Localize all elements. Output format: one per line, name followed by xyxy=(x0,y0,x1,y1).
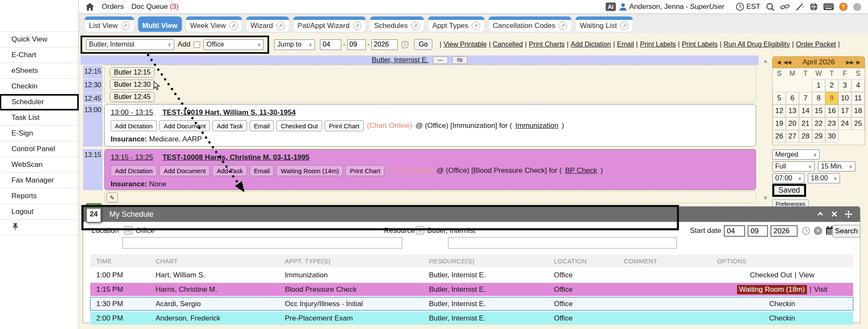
table-row[interactable]: 1:30 PM Acardi, Sergio Occ Injury/Illnes… xyxy=(90,297,853,310)
toolbar-link[interactable]: Print Labels xyxy=(682,41,718,48)
start-month-input[interactable] xyxy=(724,225,745,237)
edit-slot-button[interactable]: ✎ xyxy=(106,193,118,202)
table-header-cell[interactable]: RESOURCE(S) xyxy=(423,257,548,265)
calendar-day[interactable]: 23 xyxy=(825,117,838,130)
toolbar-link[interactable]: Print Labels xyxy=(640,41,676,48)
calendar-day[interactable]: 16 xyxy=(825,105,838,117)
calendar-day[interactable]: 5 xyxy=(773,92,786,105)
toolbar-link[interactable]: Order Packet xyxy=(796,41,836,48)
table-header-cell[interactable]: APPT. TYPE(S) xyxy=(279,257,423,265)
visit-link[interactable]: Visit xyxy=(814,285,827,294)
toolbar-link[interactable]: Email xyxy=(617,41,634,48)
fb-button[interactable]: f/b xyxy=(452,56,467,64)
appt-type-link[interactable]: Immunization xyxy=(515,122,558,130)
appointment-action-button[interactable]: Email xyxy=(250,120,274,131)
appointment-block[interactable]: 13:00 - 13:15 TEST-10019 Hart, William S… xyxy=(104,104,756,147)
checkin-link[interactable]: Checkin xyxy=(769,314,795,323)
sidebar-item[interactable]: E-Sign xyxy=(0,126,78,141)
clear-date-icon[interactable]: ✕ xyxy=(814,227,822,235)
table-header-cell[interactable]: COMMENT xyxy=(618,257,711,265)
start-day-input[interactable] xyxy=(748,225,768,237)
appointment-time-link[interactable]: 13:15 - 13:25 xyxy=(111,153,153,162)
collapse-icon[interactable] xyxy=(817,210,824,218)
appointment-action-button[interactable]: Add Document xyxy=(159,165,210,176)
sidebar-item[interactable]: Logout xyxy=(0,204,78,220)
calendar-day[interactable]: 8 xyxy=(812,92,825,105)
calendar-day[interactable]: 21 xyxy=(799,117,812,130)
year-input[interactable] xyxy=(371,39,398,50)
clock-icon[interactable] xyxy=(401,41,409,49)
calendar-day[interactable]: 1 xyxy=(812,79,825,92)
calendar-day[interactable]: 10 xyxy=(838,92,851,105)
help-icon[interactable]: ? xyxy=(839,3,848,11)
sidebar-item[interactable]: Checkin xyxy=(0,79,78,94)
calendar-day[interactable]: 4 xyxy=(851,79,865,92)
sidebar-pin-row[interactable] xyxy=(0,220,78,235)
user-name[interactable]: Anderson, Jenna xyxy=(629,3,684,11)
calendar-day[interactable]: 7 xyxy=(799,92,812,105)
merge-select[interactable]: Merged∨ xyxy=(772,149,820,160)
keyboard-icon[interactable] xyxy=(823,3,834,10)
wand-icon[interactable] xyxy=(795,3,804,11)
appointment-action-button[interactable]: Print Chart xyxy=(345,165,384,176)
month-input[interactable] xyxy=(320,39,341,50)
tab[interactable]: Wizard ↗ xyxy=(246,17,289,32)
calendar-day[interactable]: 13 xyxy=(786,105,799,117)
tab[interactable]: Pat/Appt Wizard ↗ xyxy=(293,17,366,32)
calendar-next-icon[interactable]: ▶ xyxy=(857,59,860,65)
tab[interactable]: Schedules ↗ xyxy=(370,17,424,32)
day-input[interactable] xyxy=(347,39,366,50)
appointment-action-button[interactable]: Add Document xyxy=(159,120,210,131)
appointment-action-button[interactable]: Add Task xyxy=(212,120,247,131)
patient-link[interactable]: TEST-10008 Harris, Christine M. 03-11-19… xyxy=(162,153,309,162)
tab[interactable]: Appt Types ↗ xyxy=(428,17,484,32)
sidebar-item[interactable]: Control Panel xyxy=(0,141,78,157)
open-in-new-icon[interactable]: ↗ xyxy=(229,22,238,30)
open-in-new-icon[interactable]: ↗ xyxy=(276,22,285,30)
size-select[interactable]: Full∨ xyxy=(772,161,815,171)
nav-doc-queue[interactable]: Doc Queue (3) xyxy=(131,3,179,11)
open-in-new-icon[interactable]: ↗ xyxy=(620,22,629,30)
checkin-link[interactable]: Checkin xyxy=(769,300,795,308)
interval-select[interactable]: 15 Min.∨ xyxy=(818,161,855,171)
waiting-room-badge[interactable]: Waiting Room (18m) xyxy=(737,285,807,294)
close-icon[interactable] xyxy=(831,210,838,218)
calendar-day[interactable]: 28 xyxy=(799,130,812,143)
calendar-day[interactable]: 14 xyxy=(799,105,812,117)
tab[interactable]: List View ↗ xyxy=(85,17,134,32)
appointment-action-button[interactable]: Add Dictation xyxy=(111,120,157,131)
appt-type-link[interactable]: BP Check xyxy=(565,166,597,175)
search-button[interactable]: Search xyxy=(832,225,860,238)
calendar-prev-icon[interactable]: ◀ xyxy=(777,59,781,65)
calendar-day[interactable]: 12 xyxy=(773,105,786,117)
add-checkbox[interactable] xyxy=(194,41,200,48)
open-in-new-icon[interactable]: ↗ xyxy=(472,22,480,30)
appointment-action-button[interactable]: Email xyxy=(250,165,274,176)
calendar-day[interactable] xyxy=(838,130,851,143)
scroll-up-icon[interactable]: ▲ xyxy=(760,58,771,64)
toolbar-link[interactable]: Run All Drug Eligibility xyxy=(723,41,790,48)
clock-icon[interactable] xyxy=(802,227,810,235)
ai-badge[interactable]: AI xyxy=(606,3,616,11)
calendar-day[interactable]: 2 xyxy=(825,79,838,92)
calendar-day[interactable] xyxy=(799,79,812,92)
scroll-down-icon[interactable]: ▼ xyxy=(760,195,771,201)
open-slot-button[interactable]: Butler 12:30 xyxy=(110,80,155,90)
calendar-day[interactable]: 6 xyxy=(786,92,799,105)
checked-out-link[interactable]: Checked Out xyxy=(750,271,792,279)
start-year-input[interactable] xyxy=(771,225,798,237)
calendar-day[interactable]: 27 xyxy=(786,130,799,143)
tab[interactable]: Cancellation Codes ↗ xyxy=(489,17,571,32)
tab[interactable]: Waiting List ↗ xyxy=(576,17,633,32)
calendar-next-fast-icon[interactable]: ▶▶ xyxy=(846,59,854,65)
sidebar-item[interactable]: Quick View xyxy=(0,32,78,47)
nav-orders[interactable]: Orders xyxy=(102,3,124,11)
calendar-day[interactable] xyxy=(786,79,799,92)
calendar-day[interactable]: 3 xyxy=(838,79,851,92)
appointment-action-button[interactable]: Add Dictation xyxy=(111,165,157,176)
toolbar-link[interactable]: Cancelled xyxy=(493,41,523,48)
open-slot-button[interactable]: Butler 12:45 xyxy=(110,92,155,102)
calendar-day[interactable]: 17 xyxy=(838,105,851,117)
sidebar-item[interactable]: Reports xyxy=(0,188,78,204)
appointment-action-button[interactable]: Add Task xyxy=(212,165,247,176)
